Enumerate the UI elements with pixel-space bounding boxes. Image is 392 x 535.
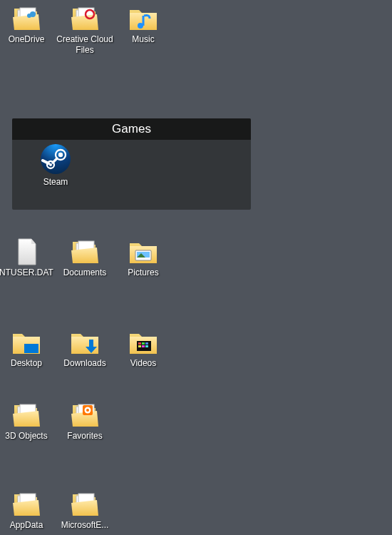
folder-desktop-icon	[11, 328, 41, 357]
onedrive-shortcut[interactable]: OneDrive	[0, 4, 56, 45]
folder-onedrive-icon	[11, 4, 41, 33]
ntuser-dat-label: NTUSER.DAT	[0, 268, 53, 278]
folder-pictures-icon	[128, 238, 158, 266]
favorites-shortcut[interactable]: Favorites	[56, 401, 114, 442]
creative-cloud-label: Creative Cloud Files	[56, 34, 114, 56]
steam-shortcut[interactable]: Steam	[26, 144, 85, 187]
folder-downloads-icon	[70, 328, 100, 357]
microsoft-edge-shortcut[interactable]: MicrosoftE...	[56, 490, 114, 531]
ntuser-dat-shortcut[interactable]: NTUSER.DAT	[0, 238, 56, 278]
favorites-label: Favorites	[67, 431, 102, 442]
steam-label: Steam	[43, 177, 68, 187]
3d-objects-label: 3D Objects	[5, 431, 47, 442]
pictures-label: Pictures	[128, 268, 158, 278]
games-group-body: Steam	[12, 140, 251, 210]
videos-shortcut[interactable]: Videos	[114, 328, 172, 369]
microsoft-edge-label: MicrosoftE...	[61, 520, 109, 531]
folder-documents-icon	[70, 238, 100, 266]
documents-shortcut[interactable]: Documents	[56, 238, 114, 278]
appdata-label: AppData	[10, 520, 43, 531]
3d-objects-shortcut[interactable]: 3D Objects	[0, 401, 56, 442]
documents-label: Documents	[63, 268, 107, 278]
videos-label: Videos	[130, 358, 156, 369]
folder-3d-icon	[11, 401, 41, 429]
music-shortcut[interactable]: Music	[114, 4, 172, 45]
onedrive-label: OneDrive	[9, 34, 45, 45]
folder-open-icon	[11, 490, 41, 519]
games-group[interactable]: Games Steam	[12, 118, 251, 210]
folder-videos-icon	[128, 328, 158, 357]
folder-open-icon	[70, 490, 100, 519]
steam-icon	[41, 144, 71, 174]
downloads-shortcut[interactable]: Downloads	[56, 328, 114, 369]
folder-favorites-icon	[70, 401, 100, 429]
appdata-shortcut[interactable]: AppData	[0, 490, 56, 531]
desktop-shortcut[interactable]: Desktop	[0, 328, 56, 369]
music-label: Music	[132, 34, 154, 45]
folder-music-icon	[128, 4, 158, 33]
creative-cloud-shortcut[interactable]: Creative Cloud Files	[56, 4, 114, 56]
downloads-label: Downloads	[63, 358, 105, 369]
pictures-shortcut[interactable]: Pictures	[114, 238, 172, 278]
file-generic-icon	[11, 238, 41, 266]
desktop-label: Desktop	[11, 358, 42, 369]
folder-cc-icon	[70, 4, 100, 33]
games-group-title: Games	[12, 118, 251, 140]
